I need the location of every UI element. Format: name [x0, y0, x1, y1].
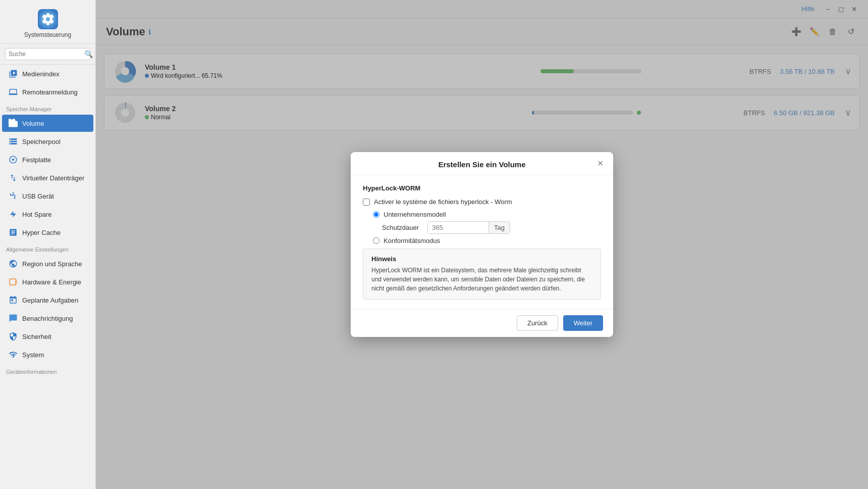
radio-unternehmensmodell-row: Unternehmensmodell [373, 211, 601, 218]
sidebar-item-label: Speicherpool [22, 138, 61, 145]
modal-overlay: Erstellen Sie ein Volume ✕ HyperLock-WOR… [96, 0, 868, 489]
usb-icon [8, 191, 18, 201]
sidebar-search-area: 🔍 [0, 44, 95, 65]
sidebar-item-festplatte[interactable]: Festplatte [2, 151, 93, 168]
modal-body: HyperLock-WORM Activer le système de fic… [351, 175, 613, 309]
sidebar-item-hypercache[interactable]: Hyper Cache [2, 224, 93, 241]
speicher-manager-section-label: Speicher-Manager [0, 101, 95, 114]
schutzdauer-input[interactable] [428, 222, 489, 233]
security-icon [8, 331, 18, 341]
sidebar-item-label: Sicherheit [22, 333, 51, 340]
modal-footer: Zurück Weiter [351, 309, 613, 337]
hyperlock-checkbox[interactable] [363, 199, 370, 206]
hyperlock-checkbox-row: Activer le système de fichiers hyperlock… [363, 198, 601, 206]
volume-icon [8, 118, 18, 128]
sidebar-item-label: Benachrichtigung [22, 315, 73, 322]
sidebar-item-label: USB Gerät [22, 192, 54, 200]
sidebar-item-label: Volume [22, 120, 44, 127]
sidebar-item-label: Remoteanmeldung [22, 88, 78, 96]
notify-icon [8, 313, 18, 323]
sidebar-item-medienindex[interactable]: Medienindex [2, 65, 93, 82]
media-icon [8, 69, 18, 79]
hotspar-icon [8, 209, 18, 219]
remote-icon [8, 87, 18, 97]
system-icon [8, 350, 18, 360]
disk-icon [8, 155, 18, 165]
modal-header: Erstellen Sie ein Volume ✕ [351, 152, 613, 175]
tasks-icon [8, 295, 18, 305]
sidebar-item-label: Region und Sprache [22, 260, 82, 268]
sidebar-item-label: Virtueller Datenträger [22, 174, 84, 182]
search-icon[interactable]: 🔍 [84, 50, 93, 58]
sidebar-logo: Systemsteuerung [0, 0, 95, 44]
modal-section-title: HyperLock-WORM [363, 184, 601, 192]
modal-dialog: Erstellen Sie ein Volume ✕ HyperLock-WOR… [351, 152, 613, 337]
sidebar-item-sicherheit[interactable]: Sicherheit [2, 328, 93, 345]
sidebar-item-label: System [22, 351, 44, 359]
main-content: Hilfe − ◻ ✕ Volume ℹ ➕ ✏️ 🗑 ↺ [96, 0, 868, 489]
schutzdauer-unit: Tag [489, 222, 510, 233]
back-button[interactable]: Zurück [517, 315, 558, 331]
radio-unternehmensmodell-label[interactable]: Unternehmensmodell [384, 211, 446, 218]
allgemeine-section-label: Allgemeine Einstellungen [0, 241, 95, 255]
search-input[interactable] [9, 51, 84, 58]
gear-icon [38, 9, 58, 29]
sidebar-item-hardware[interactable]: Hardware & Energie [2, 273, 93, 290]
sidebar-item-geplante[interactable]: Geplante Aufgaben [2, 291, 93, 309]
radio-konformitaet-label[interactable]: Konformitätsmodus [384, 237, 440, 244]
sidebar-item-volume[interactable]: Volume [2, 115, 93, 132]
sidebar-item-region[interactable]: Region und Sprache [2, 255, 93, 272]
sidebar-item-label: Geplante Aufgaben [22, 297, 78, 304]
sidebar-item-label: Medienindex [22, 70, 60, 78]
sidebar-item-label: Hot Spare [22, 211, 52, 218]
hyperlock-checkbox-label[interactable]: Activer le système de fichiers hyperlock… [374, 198, 512, 206]
pool-icon [8, 136, 18, 146]
radio-konformitaet[interactable] [373, 237, 379, 244]
sidebar-item-label: Festplatte [22, 156, 51, 164]
sidebar-item-speicherpool[interactable]: Speicherpool [2, 133, 93, 150]
sidebar-item-system[interactable]: System [2, 346, 93, 363]
sidebar-item-label: Hardware & Energie [22, 278, 81, 286]
hint-text: HyperLock WORM ist ein Dateisystem, das … [371, 266, 592, 293]
sidebar-item-hotspar[interactable]: Hot Spare [2, 206, 93, 223]
radio-unternehmensmodell[interactable] [373, 211, 379, 218]
schutzdauer-row: Schutzdauer Tag [382, 221, 601, 234]
sidebar-item-remoteanmeldung[interactable]: Remoteanmeldung [2, 83, 93, 101]
hypercache-icon [8, 227, 18, 237]
geraeteinformationen-label: Geräteinformationen [0, 364, 95, 377]
virtual-icon [8, 173, 18, 183]
sidebar-item-label: Hyper Cache [22, 229, 61, 236]
schutzdauer-label: Schutzdauer [382, 224, 427, 231]
sidebar-logo-label: Systemsteuerung [24, 31, 71, 38]
sidebar-item-benachrichtigung[interactable]: Benachrichtigung [2, 310, 93, 327]
modal-title: Erstellen Sie ein Volume [438, 160, 525, 169]
region-icon [8, 259, 18, 269]
radio-konformitaet-row: Konformitätsmodus [373, 237, 601, 244]
next-button[interactable]: Weiter [563, 315, 603, 331]
modal-close-button[interactable]: ✕ [595, 159, 605, 169]
sidebar-item-usb[interactable]: USB Gerät [2, 187, 93, 205]
hardware-icon [8, 277, 18, 287]
hint-title: Hinweis [371, 255, 592, 263]
hint-box: Hinweis HyperLock WORM ist ein Dateisyst… [363, 249, 601, 300]
sidebar: Systemsteuerung 🔍 Medienindex Remoteanme… [0, 0, 96, 489]
schutzdauer-input-wrap: Tag [427, 221, 510, 234]
sidebar-item-virtueller[interactable]: Virtueller Datenträger [2, 169, 93, 186]
